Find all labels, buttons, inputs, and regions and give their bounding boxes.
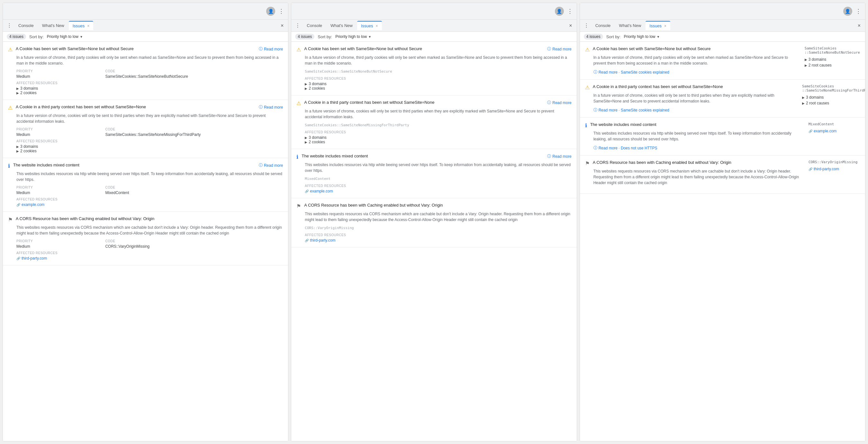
resource-domains-1-2[interactable]: ▶3 domains bbox=[17, 144, 283, 149]
resource-cookies-2-2[interactable]: ▶2 cookies bbox=[305, 140, 571, 144]
read-more-2-3[interactable]: ⓘ Read more bbox=[547, 153, 571, 159]
read-more-2-1[interactable]: ⓘ Read more bbox=[547, 46, 571, 52]
tab-whats-new-1[interactable]: What's New bbox=[38, 21, 68, 30]
warning-icon-1-1: ⚠ bbox=[8, 46, 12, 53]
affected-resources-1-2: AFFECTED RESOURCES ▶3 domains ▶2 cookies bbox=[17, 139, 283, 153]
info-icon-2-3: ℹ bbox=[297, 154, 298, 160]
issue-item-2-3: ℹ The website includes mixed content ⓘ R… bbox=[291, 149, 577, 198]
read-more-icon-1-2: ⓘ bbox=[259, 104, 262, 110]
right-domains-3-2[interactable]: ▶ 3 domains bbox=[802, 95, 860, 100]
tab-issues-close-2[interactable]: × bbox=[376, 24, 378, 28]
resource-domains-2-1[interactable]: ▶3 domains bbox=[305, 81, 571, 86]
sort-select-1[interactable]: Priority high to low ▼ bbox=[47, 34, 83, 39]
issue-right-3-4: CORS::VaryOriginMissing 🔗 third-party.co… bbox=[808, 160, 860, 189]
sort-select-3[interactable]: Priority high to low ▼ bbox=[624, 34, 660, 39]
right-domains-3-1[interactable]: ▶ 3 domains bbox=[805, 57, 860, 62]
resource-link-2-4[interactable]: 🔗 third-party.com bbox=[305, 238, 571, 243]
resource-link-2-3[interactable]: 🔗 example.com bbox=[305, 189, 571, 194]
info-icon-1-3: ℹ bbox=[8, 163, 10, 169]
read-more-1-3[interactable]: ⓘ Read more bbox=[259, 163, 283, 168]
tab-console-2[interactable]: Console bbox=[303, 21, 326, 30]
issue-item-1-4: ⚑ A CORS Resource has been with Caching … bbox=[3, 212, 288, 265]
priority-value-1-1: Medium bbox=[17, 74, 105, 79]
issue-item-3-3: ℹ The website includes mixed content Thi… bbox=[580, 117, 865, 156]
issue-title-2-3: The website includes mixed content bbox=[302, 153, 544, 159]
priority-label-1-1: PRIORITY bbox=[17, 69, 105, 73]
link-icon-2-4: 🔗 bbox=[305, 239, 309, 242]
issue-title-1-2: A Cookie in a third party context has be… bbox=[16, 104, 255, 109]
sort-label-3: Sort by: bbox=[606, 34, 621, 39]
right-link-3-4[interactable]: 🔗 third-party.com bbox=[808, 167, 860, 171]
issue-item-1-2: ⚠ A Cookie in a third party context has … bbox=[3, 100, 288, 158]
issue-desc-2-2: In a future version of chrome, cookies w… bbox=[305, 108, 571, 120]
issue-header-3-4: ⚑ A CORS Resource has been with Caching … bbox=[585, 160, 803, 166]
issues-list-3: ⚠ A Cookie has been set with SameSite=No… bbox=[580, 42, 865, 441]
chrome-menu-3[interactable]: ⋮ bbox=[856, 8, 861, 15]
tab-issues-2[interactable]: Issues × bbox=[357, 21, 382, 30]
right-code-3-3: MixedContent bbox=[808, 122, 860, 126]
warning-icon-3-1: ⚠ bbox=[585, 46, 590, 53]
issues-list-1: ⚠ A Cookie has been set with SameSite=No… bbox=[3, 42, 288, 441]
read-more-3-3[interactable]: ⓘ Read more · Does not use HTTPS bbox=[593, 145, 803, 151]
issue-item-3-4: ⚑ A CORS Resource has been with Caching … bbox=[580, 156, 865, 194]
right-causes-3-1[interactable]: ▶ 2 root causes bbox=[805, 63, 860, 67]
read-more-1-2[interactable]: ⓘ Read more bbox=[259, 104, 283, 110]
tab-console-1[interactable]: Console bbox=[14, 21, 38, 30]
issue-title-3-2: A Cookie in a third party context has be… bbox=[593, 84, 797, 89]
read-more-3-2[interactable]: ⓘ Read more · SameSite cookies explained bbox=[593, 107, 797, 113]
chrome-menu-2[interactable]: ⋮ bbox=[567, 8, 573, 15]
affected-resources-2-3: AFFECTED RESOURCES 🔗 example.com bbox=[305, 184, 571, 194]
issue-title-3-3: The website includes mixed content bbox=[590, 122, 803, 127]
sort-chevron-1: ▼ bbox=[80, 35, 83, 39]
issue-item-3-1: ⚠ A Cookie has been set with SameSite=No… bbox=[580, 42, 865, 80]
sort-chevron-3: ▼ bbox=[657, 35, 660, 39]
devtools-menu-icon-3[interactable]: ⋮ bbox=[582, 21, 591, 30]
devtools-menu-icon-2[interactable]: ⋮ bbox=[293, 21, 302, 30]
issue-item-1-3: ℹ The website includes mixed content ⓘ R… bbox=[3, 158, 288, 212]
devtools-header-3: ⋮ Console What's New Issues × × bbox=[580, 20, 865, 32]
issue-right-3-1: SameSiteCookies::SameSiteNoneButNotSecur… bbox=[805, 46, 860, 75]
tab-issues-close-1[interactable]: × bbox=[87, 24, 89, 28]
affected-resources-1-3: AFFECTED RESOURCES 🔗 example.com bbox=[17, 198, 283, 207]
resource-link-1-3[interactable]: 🔗 example.com bbox=[17, 202, 283, 207]
devtools-menu-icon-1[interactable]: ⋮ bbox=[5, 21, 14, 30]
toolbar-2: 4 issues Sort by: Priority high to low ▼ bbox=[291, 32, 577, 42]
read-more-icon-2-3: ⓘ bbox=[547, 153, 551, 159]
tab-whats-new-3[interactable]: What's New bbox=[615, 21, 645, 30]
tab-whats-new-2[interactable]: What's New bbox=[327, 21, 356, 30]
tab-issues-3[interactable]: Issues × bbox=[646, 21, 670, 30]
resource-domains-1-1[interactable]: ▶3 domains bbox=[17, 86, 283, 91]
resource-cookies-2-1[interactable]: ▶2 cookies bbox=[305, 86, 571, 91]
devtools-header-1: ⋮ Console What's New Issues × × bbox=[3, 20, 288, 32]
sort-select-2[interactable]: Priority high to low ▼ bbox=[335, 34, 371, 39]
chrome-menu-1[interactable]: ⋮ bbox=[278, 8, 284, 15]
read-more-1-1[interactable]: ⓘ Read more bbox=[259, 46, 283, 52]
devtools-close-3[interactable]: × bbox=[855, 22, 863, 30]
read-more-2-2[interactable]: ⓘ Read more bbox=[547, 100, 571, 105]
devtools-close-2[interactable]: × bbox=[566, 22, 575, 30]
panel-2: 👤 ⋮ ⋮ Console What's New Issues × × 4 is… bbox=[291, 3, 577, 441]
tab-issues-1[interactable]: Issues × bbox=[69, 21, 94, 30]
issues-count-1: 4 issues bbox=[7, 34, 26, 39]
right-link-3-3[interactable]: 🔗 example.com bbox=[808, 129, 860, 133]
tab-issues-close-3[interactable]: × bbox=[664, 24, 666, 28]
read-more-3-1[interactable]: ⓘ Read more · SameSite cookies explained bbox=[593, 69, 800, 75]
issue-title-1-4: A CORS Resource has been with Caching en… bbox=[16, 216, 283, 221]
issue-meta-1-1: PRIORITY CODE Medium SameSiteCookies::Sa… bbox=[17, 69, 283, 79]
resource-link-1-4[interactable]: 🔗 third-party.com bbox=[17, 256, 283, 261]
issue-desc-3-3: This websites includes resources via htt… bbox=[593, 130, 803, 142]
issue-right-3-2: SameSiteCookies::SameSiteNoneMissingForT… bbox=[802, 84, 860, 113]
link-icon-1-4: 🔗 bbox=[17, 257, 20, 260]
read-more-icon-3-1: ⓘ bbox=[593, 69, 597, 75]
resource-domains-2-2[interactable]: ▶3 domains bbox=[305, 135, 571, 140]
devtools-close-1[interactable]: × bbox=[278, 22, 286, 30]
link-icon-2-3: 🔗 bbox=[305, 190, 309, 193]
issue-title-2-4: A CORS Resource has been with Caching en… bbox=[304, 203, 571, 208]
right-causes-3-2[interactable]: ▶ 2 root causes bbox=[802, 101, 860, 105]
issue-header-1-2: ⚠ A Cookie in a third party context has … bbox=[8, 104, 283, 111]
issue-meta-1-3: PRIORITY CODE Medium MixedContent bbox=[17, 186, 283, 195]
issue-title-1-3: The website includes mixed content bbox=[13, 163, 255, 167]
resource-cookies-1-1[interactable]: ▶2 cookies bbox=[17, 91, 283, 95]
tab-console-3[interactable]: Console bbox=[591, 21, 615, 30]
resource-cookies-1-2[interactable]: ▶2 cookies bbox=[17, 149, 283, 153]
